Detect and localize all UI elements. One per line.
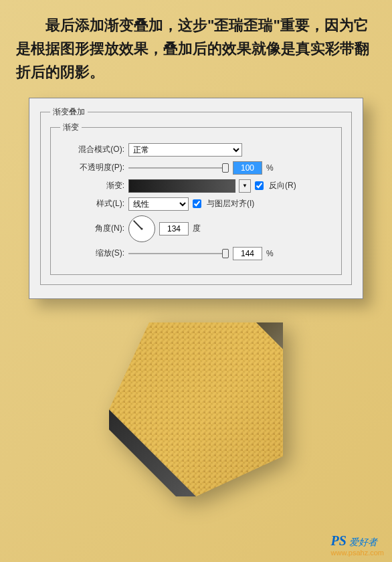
scale-row: 缩放(S): % [60,247,332,260]
opacity-label: 不透明度(P): [60,162,124,173]
blend-mode-select[interactable]: 正常 [128,143,242,157]
blend-mode-row: 混合模式(O): 正常 [60,143,332,157]
gradient-dropdown-icon[interactable]: ▼ [239,179,251,193]
gradient-overlay-dialog: 渐变叠加 渐变 混合模式(O): 正常 不透明度(P): [29,98,363,299]
scale-slider[interactable] [128,248,229,259]
gradient-label: 渐变: [60,180,124,191]
ribbon-preview [16,322,376,496]
align-label: 与图层对齐(I) [207,198,254,209]
gradient-swatch[interactable] [128,179,235,193]
angle-unit: 度 [193,223,201,234]
reverse-checkbox[interactable] [255,181,264,190]
angle-row: 角度(N): 度 [60,215,332,242]
align-checkbox[interactable] [193,199,201,208]
style-label: 样式(L): [60,198,124,209]
reverse-label: 反向(R) [269,180,296,191]
scale-unit: % [266,249,274,258]
svg-marker-6 [109,322,283,496]
ribbon-svg [109,322,283,496]
style-select[interactable]: 线性 [128,197,189,211]
scale-input[interactable] [233,247,262,260]
outer-fieldset: 渐变叠加 渐变 混合模式(O): 正常 不透明度(P): [40,106,352,285]
inner-fieldset: 渐变 混合模式(O): 正常 不透明度(P): % [50,122,342,275]
angle-input[interactable] [159,222,189,236]
blend-mode-label: 混合模式(O): [60,144,124,155]
angle-dial[interactable] [128,215,155,242]
intro-paragraph: 最后添加渐变叠加，这步"歪瑞歪瑞"重要，因为它是根据图形摆放效果，叠加后的效果就… [16,13,376,84]
inner-legend: 渐变 [60,122,82,133]
opacity-row: 不透明度(P): % [60,161,332,175]
opacity-slider[interactable] [128,163,229,173]
gradient-row: 渐变: ▼ 反向(R) [60,179,332,193]
opacity-input[interactable] [233,161,262,175]
outer-legend: 渐变叠加 [50,106,88,118]
scale-label: 缩放(S): [60,248,124,259]
style-row: 样式(L): 线性 与图层对齐(I) [60,197,332,211]
opacity-unit: % [266,163,274,173]
angle-label: 角度(N): [60,223,124,234]
watermark-cn: 爱好者 [349,537,377,547]
watermark: PS 爱好者 www.psahz.com [331,533,384,557]
watermark-ps: PS [331,533,347,548]
watermark-url: www.psahz.com [331,549,384,557]
